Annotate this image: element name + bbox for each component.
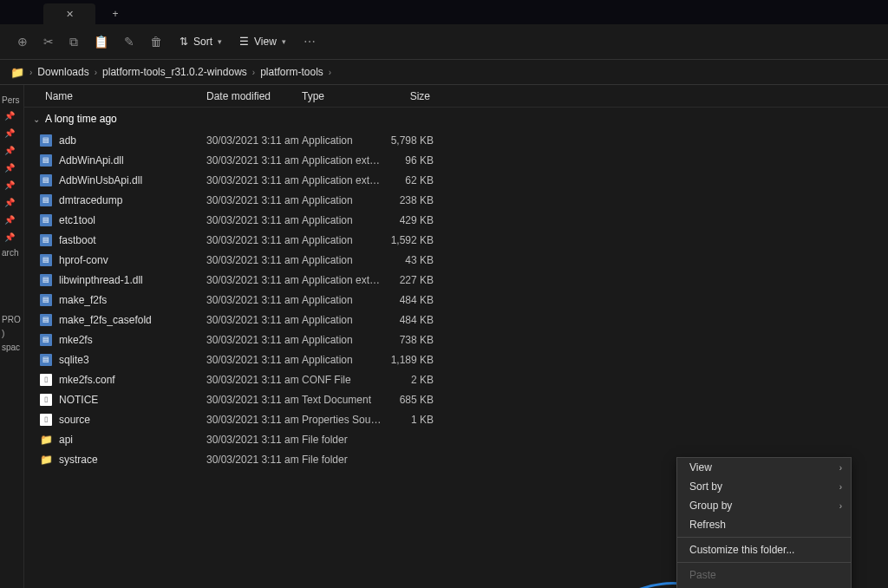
file-date: 30/03/2021 3:11 am	[206, 214, 302, 226]
sidebar-item[interactable]: PRO	[0, 313, 23, 326]
pin-icon[interactable]: 📌	[0, 229, 23, 245]
chevron-right-icon: ›	[839, 482, 842, 492]
more-icon[interactable]: ⋯	[304, 35, 316, 49]
sidebar-item[interactable]: spac	[0, 341, 23, 354]
file-name-text: libwinpthread-1.dll	[59, 274, 143, 286]
breadcrumb-item[interactable]: platform-tools	[260, 66, 323, 78]
copy-icon[interactable]: ⧉	[69, 35, 78, 49]
chevron-right-icon: ›	[29, 68, 32, 77]
file-row[interactable]: ▤fastboot30/03/2021 3:11 amApplication1,…	[24, 230, 888, 250]
header-name[interactable]: Name	[24, 90, 206, 102]
file-type: Application	[302, 234, 383, 246]
file-row[interactable]: 📁api30/03/2021 3:11 amFile folder	[24, 429, 888, 449]
file-row[interactable]: ▤hprof-conv30/03/2021 3:11 amApplication…	[24, 250, 888, 270]
ctx-customize[interactable]: Customize this folder...	[677, 540, 851, 559]
file-type: Application	[302, 214, 383, 226]
folder-icon: 📁	[10, 66, 24, 79]
ctx-group-by[interactable]: Group by›	[677, 496, 851, 515]
new-tab-button[interactable]: +	[102, 3, 128, 24]
file-row[interactable]: ▤AdbWinUsbApi.dll30/03/2021 3:11 amAppli…	[24, 170, 888, 190]
sidebar-item[interactable]: )	[0, 327, 23, 340]
pin-icon[interactable]: 📌	[0, 108, 23, 124]
file-size: 1 KB	[383, 414, 434, 426]
file-name-text: etc1tool	[59, 214, 95, 226]
header-type[interactable]: Type	[302, 90, 383, 102]
application-icon: ▤	[40, 354, 52, 366]
ctx-undo-delete[interactable]: Undo DeleteCtrl+Z	[677, 585, 851, 588]
application-icon: ▤	[40, 214, 52, 226]
file-date: 30/03/2021 3:11 am	[206, 174, 302, 186]
file-date: 30/03/2021 3:11 am	[206, 254, 302, 266]
file-name-text: fastboot	[59, 234, 96, 246]
close-icon[interactable]: ✕	[66, 9, 74, 20]
file-row[interactable]: ▤sqlite330/03/2021 3:11 amApplication1,1…	[24, 350, 888, 369]
file-size: 2 KB	[383, 374, 434, 386]
pin-icon[interactable]: 📌	[0, 194, 23, 211]
chevron-right-icon: ›	[839, 501, 842, 511]
file-row[interactable]: ▤libwinpthread-1.dll30/03/2021 3:11 amAp…	[24, 270, 888, 290]
file-row[interactable]: ▤AdbWinApi.dll30/03/2021 3:11 amApplicat…	[24, 150, 888, 170]
file-date: 30/03/2021 3:11 am	[206, 454, 302, 466]
application-icon: ▤	[40, 194, 52, 206]
file-name-text: make_f2fs_casefold	[59, 314, 152, 326]
application-icon: ▤	[40, 134, 52, 147]
file-type: Application	[302, 294, 383, 306]
breadcrumb-item[interactable]: Downloads	[37, 66, 88, 78]
file-size: 62 KB	[383, 174, 434, 186]
ctx-refresh[interactable]: Refresh	[677, 515, 851, 534]
pin-icon[interactable]: 📌	[0, 212, 23, 228]
view-icon: ☰	[239, 36, 249, 48]
chevron-down-icon: ⌄	[33, 114, 40, 124]
file-row[interactable]: ▤etc1tool30/03/2021 3:11 amApplication42…	[24, 210, 888, 230]
file-name-text: mke2fs.conf	[59, 374, 115, 386]
clipboard-group: ⊕ ✂ ⧉ 📋 ✎ 🗑	[17, 35, 162, 49]
sort-button[interactable]: ⇅ Sort ▾	[180, 36, 222, 48]
chevron-right-icon: ›	[95, 68, 97, 77]
active-tab[interactable]: ✕	[43, 3, 95, 24]
file-date: 30/03/2021 3:11 am	[206, 414, 302, 426]
application-icon: ▤	[40, 334, 52, 346]
file-date: 30/03/2021 3:11 am	[206, 274, 302, 286]
ctx-sort-by[interactable]: Sort by›	[677, 477, 851, 496]
delete-icon[interactable]: 🗑	[150, 35, 162, 49]
file-row[interactable]: ▤make_f2fs_casefold30/03/2021 3:11 amApp…	[24, 310, 888, 330]
application-icon: ▤	[40, 174, 52, 186]
application-icon: ▤	[40, 234, 52, 246]
file-size: 238 KB	[383, 194, 434, 206]
header-date[interactable]: Date modified	[206, 90, 302, 102]
new-icon[interactable]: ⊕	[17, 35, 28, 49]
view-button[interactable]: ☰ View ▾	[239, 36, 286, 48]
file-type: Application exten...	[302, 154, 383, 167]
sidebar-item[interactable]: arch	[0, 246, 23, 259]
file-row[interactable]: ▯source30/03/2021 3:11 amProperties Sour…	[24, 409, 888, 429]
separator	[677, 562, 851, 563]
file-row[interactable]: ▯mke2fs.conf30/03/2021 3:11 amCONF File2…	[24, 369, 888, 389]
file-list[interactable]: Name Date modified Type Size ⌄ A long ti…	[24, 85, 888, 588]
file-row[interactable]: ▯NOTICE30/03/2021 3:11 amText Document68…	[24, 389, 888, 409]
breadcrumb[interactable]: 📁 › Downloads › platform-tools_r31.0.2-w…	[0, 59, 888, 85]
breadcrumb-item[interactable]: platform-tools_r31.0.2-windows	[102, 66, 247, 78]
sidebar-item[interactable]: Pers	[0, 94, 23, 107]
file-row[interactable]: ▤mke2fs30/03/2021 3:11 amApplication738 …	[24, 330, 888, 350]
folder-icon: 📁	[40, 434, 52, 446]
pin-icon[interactable]: 📌	[0, 142, 23, 159]
file-date: 30/03/2021 3:11 am	[206, 394, 302, 406]
rename-icon[interactable]: ✎	[124, 35, 134, 49]
file-type: Text Document	[302, 394, 383, 406]
file-name-text: sqlite3	[59, 354, 89, 366]
pin-icon[interactable]: 📌	[0, 160, 23, 176]
toolbar: ⊕ ✂ ⧉ 📋 ✎ 🗑 ⇅ Sort ▾ ☰ View ▾ ⋯	[0, 24, 888, 59]
pin-icon[interactable]: 📌	[0, 125, 23, 141]
file-name-text: systrace	[59, 454, 98, 466]
separator	[677, 537, 851, 538]
group-header[interactable]: ⌄ A long time ago	[24, 108, 888, 130]
ctx-view[interactable]: View›	[677, 458, 851, 477]
file-row[interactable]: ▤dmtracedump30/03/2021 3:11 amApplicatio…	[24, 190, 888, 210]
pin-icon[interactable]: 📌	[0, 177, 23, 193]
application-icon: ▤	[40, 294, 52, 306]
file-row[interactable]: ▤make_f2fs30/03/2021 3:11 amApplication4…	[24, 290, 888, 310]
paste-icon[interactable]: 📋	[94, 35, 108, 49]
header-size[interactable]: Size	[383, 90, 434, 102]
file-row[interactable]: ▤adb30/03/2021 3:11 amApplication5,798 K…	[24, 130, 888, 150]
cut-icon[interactable]: ✂	[43, 35, 54, 49]
